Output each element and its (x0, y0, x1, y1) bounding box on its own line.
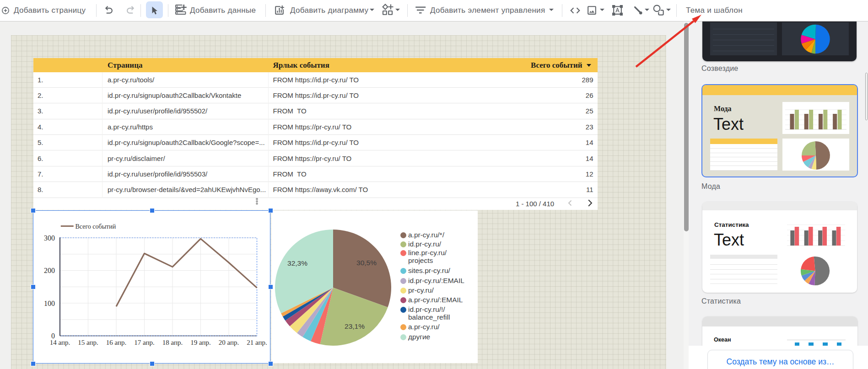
svg-text:20 апр.: 20 апр. (218, 339, 239, 346)
svg-text:300: 300 (44, 234, 55, 242)
svg-text:15 апр.: 15 апр. (78, 339, 98, 346)
svg-text:21 апр.: 21 апр. (247, 339, 267, 346)
svg-text:Всего событий: Всего событий (75, 223, 116, 230)
svg-text:19 апр.: 19 апр. (190, 339, 211, 346)
svg-text:14 апр.: 14 апр. (49, 339, 70, 346)
svg-text:17 апр.: 17 апр. (134, 339, 155, 346)
svg-text:200: 200 (44, 267, 55, 274)
svg-text:23,1%: 23,1% (345, 322, 365, 330)
svg-text:18 апр.: 18 апр. (162, 339, 183, 346)
svg-text:30,5%: 30,5% (356, 259, 377, 267)
svg-text:16 апр.: 16 апр. (106, 339, 126, 346)
svg-text:100: 100 (44, 299, 55, 307)
svg-text:32,3%: 32,3% (287, 259, 307, 267)
